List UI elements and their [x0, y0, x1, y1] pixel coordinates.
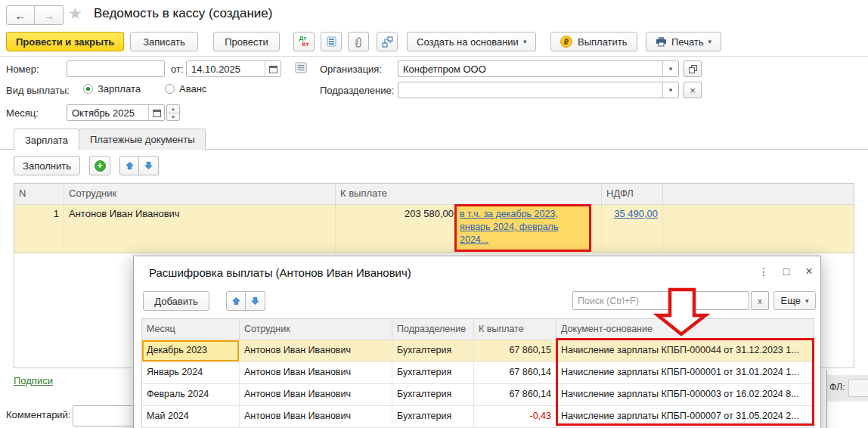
cell-department[interactable]: Бухгалтерия	[392, 406, 474, 427]
add-button[interactable]: Добавить	[143, 291, 209, 311]
spinner-up-icon[interactable]: ▴	[167, 105, 179, 113]
more-button[interactable]: Еще ▾	[773, 291, 816, 310]
cell-base-doc[interactable]: Начисление зарплаты КПБП-000007 от 31.05…	[556, 406, 814, 427]
favorite-star-icon[interactable]: ★	[68, 5, 82, 23]
clear-search-button[interactable]: x	[751, 291, 769, 310]
print-button[interactable]: Печать ▾	[646, 32, 721, 51]
cell-employee[interactable]: Антонов Иван Иванович	[240, 406, 392, 427]
register-report-button[interactable]	[321, 32, 342, 51]
cell-employee[interactable]: Антонов Иван Иванович	[240, 340, 392, 361]
header-employee[interactable]: Сотрудник	[64, 184, 336, 204]
table-row[interactable]: Февраль 2024 Антонов Иван Иванович Бухга…	[142, 384, 814, 406]
forward-button[interactable]: →	[35, 5, 64, 25]
cell-amount[interactable]: 67 860,14	[474, 362, 556, 383]
pay-button[interactable]: ₽ Выплатить	[550, 32, 637, 51]
post-and-close-button[interactable]: Провести и закрыть	[6, 32, 124, 51]
arrow-down-icon	[144, 161, 153, 170]
cell-employee[interactable]: Антонов Иван Иванович	[240, 362, 392, 383]
cell-month[interactable]: Февраль 2024	[142, 384, 240, 405]
cell-ndfl[interactable]: 35 490,00	[602, 205, 663, 253]
cell-base-doc[interactable]: Начисление зарплаты КПБП-000001 от 31.01…	[556, 362, 814, 383]
table-row[interactable]: Декабрь 2023 Антонов Иван Иванович Бухга…	[142, 340, 814, 362]
header-ndfl[interactable]: НДФЛ	[602, 184, 663, 204]
ndfl-link[interactable]: 35 490,00	[614, 208, 658, 219]
create-based-on-label: Создать на основании	[417, 36, 519, 48]
amount-value[interactable]: 203 580,00	[336, 205, 455, 253]
dtkt-postings-button[interactable]: Дт Кт	[293, 32, 315, 51]
comment-label: Комментарий:	[6, 409, 71, 420]
date-input[interactable]: 14.10.2025	[186, 60, 281, 77]
save-button[interactable]: Записать	[130, 32, 198, 51]
cell-employee[interactable]: Антонов Иван Иванович	[64, 205, 336, 253]
table-row[interactable]: Май 2024 Антонов Иван Иванович Бухгалтер…	[142, 406, 814, 428]
cell-base-doc[interactable]: Начисление зарплаты КПБП-000003 от 16.02…	[556, 384, 814, 405]
cell-amount[interactable]: 67 860,15	[474, 340, 556, 361]
header-amount[interactable]: К выплате	[336, 184, 602, 204]
header-amount[interactable]: К выплате	[474, 319, 556, 340]
salary-table-header: N Сотрудник К выплате НДФЛ	[14, 184, 854, 205]
chevron-down-icon[interactable]: ▾	[662, 82, 678, 98]
close-dialog-button[interactable]: ×	[801, 264, 817, 279]
move-up-button[interactable]	[119, 156, 139, 175]
cell-amount[interactable]: 203 580,00 в т.ч. за декабрь 2023, январ…	[336, 205, 602, 253]
move-down-button[interactable]	[139, 156, 159, 175]
cell-amount[interactable]: 67 860,14	[474, 384, 556, 405]
more-menu-button[interactable]: ⋮	[755, 264, 772, 279]
cell-month[interactable]: Май 2024	[142, 406, 240, 427]
signatures-link[interactable]: Подписи	[14, 375, 53, 386]
clear-department-button[interactable]: ×	[684, 82, 702, 98]
breakdown-cell[interactable]: в т.ч. за декабрь 2023, январь 2024, фев…	[457, 206, 591, 251]
breakdown-link[interactable]: в т.ч. за декабрь 2023, январь 2024, фев…	[460, 208, 575, 247]
post-button[interactable]: Провести	[213, 32, 280, 51]
tab-payment-documents[interactable]: Платежные документы	[79, 129, 206, 150]
table-row[interactable]: Январь 2024 Антонов Иван Иванович Бухгал…	[142, 362, 814, 384]
cell-n[interactable]: 1	[14, 205, 64, 253]
header-department[interactable]: Подразделение	[392, 319, 474, 340]
cell-employee[interactable]: Антонов Иван Иванович	[240, 384, 392, 405]
chevron-down-icon[interactable]: ▾	[662, 61, 678, 76]
move-up-button[interactable]	[226, 291, 246, 311]
cell-amount[interactable]: -0,43	[474, 406, 556, 427]
move-down-button[interactable]	[246, 291, 265, 311]
register-list-icon	[327, 36, 336, 47]
header-employee[interactable]: Сотрудник	[240, 319, 392, 340]
cell-month[interactable]: Январь 2024	[142, 362, 240, 383]
back-button[interactable]: ←	[6, 5, 35, 25]
open-organization-button[interactable]	[684, 60, 702, 77]
breakdown-table-header: Месяц Сотрудник Подразделение К выплате …	[142, 319, 814, 340]
arrow-up-icon	[232, 296, 240, 305]
month-input[interactable]: Октябрь 2025	[67, 104, 165, 121]
header-n[interactable]: N	[14, 184, 64, 204]
cell-base-doc[interactable]: Начисление зарплаты КПБП-000044 от 31.12…	[556, 340, 814, 361]
number-label: Номер:	[6, 64, 39, 75]
calendar-icon	[269, 65, 277, 73]
radio-advance[interactable]: Аванс	[165, 83, 206, 95]
cell-department[interactable]: Бухгалтерия	[392, 384, 474, 405]
add-row-button[interactable]: +	[89, 156, 110, 175]
calendar-picker-button[interactable]	[148, 105, 164, 120]
organization-input[interactable]: Конфетпром ООО ▾	[398, 60, 679, 77]
back-arrow-icon: ←	[15, 9, 26, 22]
payment-type-label: Вид выплаты:	[6, 85, 70, 96]
month-spinner[interactable]: ▴ ▾	[166, 104, 180, 121]
calendar-picker-button[interactable]	[265, 61, 281, 76]
tab-salary[interactable]: Зарплата	[14, 129, 79, 150]
spinner-down-icon[interactable]: ▾	[167, 113, 179, 121]
related-documents-button[interactable]	[377, 32, 398, 51]
radio-salary[interactable]: Зарплата	[83, 83, 141, 95]
create-based-on-button[interactable]: Создать на основании ▾	[407, 32, 536, 51]
header-month[interactable]: Месяц	[142, 319, 240, 340]
fill-button[interactable]: Заполнить	[14, 156, 80, 175]
department-input[interactable]: ▾	[398, 82, 679, 98]
cell-month[interactable]: Декабрь 2023	[142, 340, 240, 361]
cell-department[interactable]: Бухгалтерия	[392, 340, 474, 361]
number-input[interactable]	[67, 60, 165, 77]
table-row[interactable]: 1 Антонов Иван Иванович 203 580,00 в т.ч…	[14, 205, 854, 253]
department-label: Подразделение:	[320, 85, 394, 96]
attachments-button[interactable]	[348, 32, 369, 51]
document-journal-button[interactable]	[295, 62, 307, 73]
pay-label: Выплатить	[578, 36, 628, 48]
maximize-button[interactable]: □	[778, 264, 795, 279]
month-label: Месяц:	[6, 107, 39, 119]
cell-department[interactable]: Бухгалтерия	[392, 362, 474, 383]
